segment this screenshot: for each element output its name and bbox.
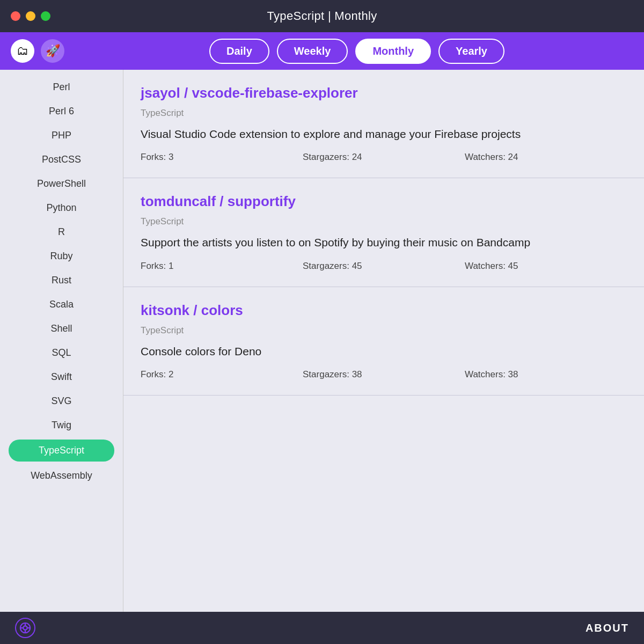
maximize-button[interactable] bbox=[41, 11, 50, 21]
sidebar-item-twig[interactable]: Twig bbox=[0, 413, 123, 437]
repo-forks-2: Forks: 2 bbox=[141, 369, 303, 380]
sidebar-item-rust[interactable]: Rust bbox=[0, 268, 123, 292]
titlebar: TypeScript | Monthly bbox=[0, 0, 644, 32]
repo-lang-2: TypeScript bbox=[141, 325, 627, 336]
repo-watchers-2: Watchers: 38 bbox=[465, 369, 627, 380]
sidebar-item-r[interactable]: R bbox=[0, 220, 123, 244]
sidebar-item-swift[interactable]: Swift bbox=[0, 365, 123, 389]
rocket-icon-button[interactable]: 🚀 bbox=[41, 39, 64, 63]
repo-stargazers-2: Stargazers: 38 bbox=[303, 369, 465, 380]
sidebar-item-ruby[interactable]: Ruby bbox=[0, 244, 123, 268]
repo-title-0[interactable]: jsayol / vscode-firebase-explorer bbox=[141, 85, 627, 101]
repo-desc-1: Support the artists you listen to on Spo… bbox=[141, 235, 627, 251]
repo-stats-0: Forks: 3 Stargazers: 24 Watchers: 24 bbox=[141, 152, 627, 163]
sidebar-item-shell[interactable]: Shell bbox=[0, 317, 123, 341]
sidebar-item-postcss[interactable]: PostCSS bbox=[0, 148, 123, 172]
window-title: TypeScript | Monthly bbox=[267, 9, 377, 23]
bottom-logo-icon[interactable] bbox=[15, 618, 35, 638]
content-area: jsayol / vscode-firebase-explorer TypeSc… bbox=[123, 70, 644, 612]
repo-stats-2: Forks: 2 Stargazers: 38 Watchers: 38 bbox=[141, 369, 627, 380]
main-layout: Perl Perl 6 PHP PostCSS PowerShell Pytho… bbox=[0, 70, 644, 612]
minimize-button[interactable] bbox=[26, 11, 35, 21]
tab-monthly[interactable]: Monthly bbox=[355, 39, 431, 64]
tab-yearly[interactable]: Yearly bbox=[438, 39, 504, 64]
svg-point-1 bbox=[23, 626, 27, 630]
repo-lang-0: TypeScript bbox=[141, 108, 627, 119]
about-label[interactable]: ABOUT bbox=[586, 622, 629, 634]
repo-forks-0: Forks: 3 bbox=[141, 152, 303, 163]
repo-card-2: kitsonk / colors TypeScript Console colo… bbox=[123, 287, 644, 396]
repo-lang-1: TypeScript bbox=[141, 216, 627, 227]
repo-stargazers-1: Stargazers: 45 bbox=[303, 261, 465, 272]
sidebar-item-python[interactable]: Python bbox=[0, 196, 123, 220]
tab-daily[interactable]: Daily bbox=[209, 39, 269, 64]
sidebar-item-powershell[interactable]: PowerShell bbox=[0, 172, 123, 196]
repo-title-1[interactable]: tomduncalf / supportify bbox=[141, 193, 627, 210]
repo-stargazers-0: Stargazers: 24 bbox=[303, 152, 465, 163]
sidebar-item-webassembly[interactable]: WebAssembly bbox=[0, 464, 123, 488]
repo-forks-1: Forks: 1 bbox=[141, 261, 303, 272]
stack-icon: 🗂 bbox=[17, 44, 28, 58]
sidebar-item-svg[interactable]: SVG bbox=[0, 389, 123, 413]
tab-weekly[interactable]: Weekly bbox=[277, 39, 348, 64]
repo-stats-1: Forks: 1 Stargazers: 45 Watchers: 45 bbox=[141, 261, 627, 272]
navbar: 🗂 🚀 Daily Weekly Monthly Yearly bbox=[0, 32, 644, 70]
sidebar-item-scala[interactable]: Scala bbox=[0, 292, 123, 317]
nav-icons: 🗂 🚀 bbox=[11, 39, 64, 63]
repo-card-1: tomduncalf / supportify TypeScript Suppo… bbox=[123, 178, 644, 287]
sidebar-item-perl6[interactable]: Perl 6 bbox=[0, 99, 123, 123]
close-button[interactable] bbox=[11, 11, 20, 21]
rocket-icon: 🚀 bbox=[46, 44, 60, 58]
repo-watchers-0: Watchers: 24 bbox=[465, 152, 627, 163]
traffic-lights bbox=[11, 11, 50, 21]
repo-card-0: jsayol / vscode-firebase-explorer TypeSc… bbox=[123, 70, 644, 178]
bottombar: ABOUT bbox=[0, 612, 644, 644]
sidebar: Perl Perl 6 PHP PostCSS PowerShell Pytho… bbox=[0, 70, 123, 612]
sidebar-item-php[interactable]: PHP bbox=[0, 123, 123, 148]
repo-desc-2: Console colors for Deno bbox=[141, 343, 627, 360]
home-icon-button[interactable]: 🗂 bbox=[11, 39, 34, 63]
sidebar-item-sql[interactable]: SQL bbox=[0, 341, 123, 365]
repo-watchers-1: Watchers: 45 bbox=[465, 261, 627, 272]
tab-group: Daily Weekly Monthly Yearly bbox=[209, 39, 504, 64]
repo-title-2[interactable]: kitsonk / colors bbox=[141, 302, 627, 319]
sidebar-item-typescript[interactable]: TypeScript bbox=[9, 440, 114, 462]
repo-desc-0: Visual Studio Code extension to explore … bbox=[141, 126, 627, 142]
sidebar-item-perl[interactable]: Perl bbox=[0, 75, 123, 99]
